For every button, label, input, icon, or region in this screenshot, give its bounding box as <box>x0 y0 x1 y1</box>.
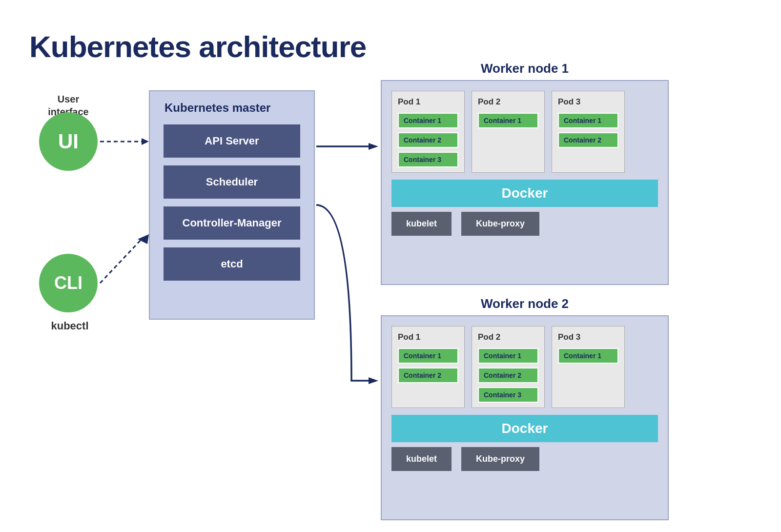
infra-row-2: kubelet Kube-proxy <box>391 447 658 471</box>
pod-2-2-label: Pod 2 <box>478 332 538 342</box>
container-2-2-3: Container 3 <box>478 387 538 403</box>
svg-marker-3 <box>138 234 149 244</box>
pods-row-1: Pod 1 Container 1 Container 2 Container … <box>391 91 658 173</box>
ui-circle: UI <box>39 112 98 171</box>
worker-node-2-title-wrapper: Worker node 2 Pod 1 Container 1 Containe… <box>381 296 669 520</box>
pod-2-2: Pod 2 Container 1 Container 2 Container … <box>472 326 545 408</box>
svg-marker-6 <box>369 377 378 384</box>
master-box: Kubernetes master API Server Scheduler C… <box>149 90 315 320</box>
worker-node-2-title: Worker node 2 <box>381 296 669 311</box>
docker-bar-1: Docker <box>391 180 658 207</box>
pod-1-1: Pod 1 Container 1 Container 2 Container … <box>391 91 465 173</box>
master-controller-manager: Controller-Manager <box>164 206 300 240</box>
worker-node-1-title: Worker node 1 <box>381 61 669 76</box>
pod-1-2-label: Pod 2 <box>478 97 538 107</box>
container-1-2-1: Container 1 <box>478 113 538 128</box>
kubectl-label: kubectl <box>38 320 102 332</box>
container-2-1-2: Container 2 <box>398 368 458 383</box>
svg-marker-5 <box>369 143 378 150</box>
container-1-1-3: Container 3 <box>398 152 458 167</box>
worker-node-1-title-wrapper: Worker node 1 Pod 1 Container 1 Containe… <box>381 61 669 285</box>
pod-2-1-label: Pod 1 <box>398 332 458 342</box>
pods-row-2: Pod 1 Container 1 Container 2 Pod 2 Cont… <box>391 326 658 408</box>
pod-1-3: Pod 3 Container 1 Container 2 <box>552 91 625 173</box>
kubelet-1: kubelet <box>391 212 452 236</box>
master-etcd: etcd <box>164 247 300 281</box>
container-1-1-2: Container 2 <box>398 132 458 148</box>
docker-bar-2: Docker <box>391 415 658 442</box>
kubelet-2: kubelet <box>391 447 452 471</box>
container-2-2-2: Container 2 <box>478 368 538 383</box>
cli-circle: CLI <box>39 254 98 312</box>
pod-2-3: Pod 3 Container 1 <box>552 326 625 408</box>
svg-line-2 <box>100 239 142 283</box>
svg-marker-1 <box>142 138 149 145</box>
pod-1-1-label: Pod 1 <box>398 97 458 107</box>
kubeproxy-1: Kube-proxy <box>461 212 539 236</box>
worker-node-2: Pod 1 Container 1 Container 2 Pod 2 Cont… <box>381 315 669 520</box>
container-2-2-1: Container 1 <box>478 348 538 364</box>
pod-1-3-label: Pod 3 <box>558 97 618 107</box>
pod-2-1: Pod 1 Container 1 Container 2 <box>391 326 465 408</box>
master-title: Kubernetes master <box>160 101 270 115</box>
pod-2-3-label: Pod 3 <box>558 332 618 342</box>
container-1-1-1: Container 1 <box>398 113 458 128</box>
page-title: Kubernetes architecture <box>29 29 366 64</box>
kubeproxy-2: Kube-proxy <box>461 447 539 471</box>
container-2-3-1: Container 1 <box>558 348 618 364</box>
container-1-3-2: Container 2 <box>558 132 618 148</box>
container-2-1-1: Container 1 <box>398 348 458 364</box>
infra-row-1: kubelet Kube-proxy <box>391 212 658 236</box>
master-api-server: API Server <box>164 124 300 158</box>
container-1-3-1: Container 1 <box>558 113 618 128</box>
worker-node-1: Pod 1 Container 1 Container 2 Container … <box>381 80 669 285</box>
pod-1-2: Pod 2 Container 1 <box>472 91 545 173</box>
master-scheduler: Scheduler <box>164 165 300 199</box>
